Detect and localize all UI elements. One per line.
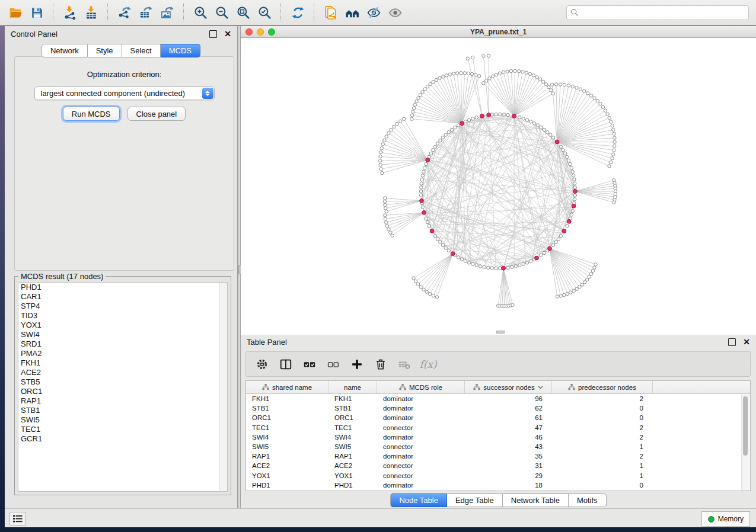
network-node[interactable] bbox=[589, 273, 592, 275]
network-node[interactable] bbox=[384, 221, 387, 224]
network-node[interactable] bbox=[487, 54, 490, 57]
network-node[interactable] bbox=[384, 203, 387, 206]
network-node[interactable] bbox=[379, 150, 382, 153]
network-node[interactable] bbox=[457, 256, 460, 259]
network-node[interactable] bbox=[543, 251, 546, 254]
network-node[interactable] bbox=[413, 103, 416, 106]
network-node[interactable] bbox=[416, 283, 419, 286]
network-node[interactable] bbox=[589, 94, 592, 97]
network-node[interactable] bbox=[432, 81, 435, 84]
table-scrollbar[interactable] bbox=[741, 394, 749, 491]
mcds-result-item[interactable]: STB5 bbox=[18, 377, 227, 387]
mcds-hub-node[interactable] bbox=[548, 246, 552, 251]
mcds-result-item[interactable]: ACE2 bbox=[18, 368, 227, 377]
mcds-result-item[interactable]: SWI5 bbox=[18, 415, 227, 425]
column-header-successor-nodes[interactable]: successor nodes bbox=[465, 381, 552, 393]
mcds-hub-node[interactable] bbox=[512, 114, 516, 118]
network-node[interactable] bbox=[559, 294, 562, 297]
column-header-predecessor-nodes[interactable]: predecessor nodes bbox=[552, 381, 653, 393]
network-node[interactable] bbox=[464, 259, 467, 262]
mcds-hub-node[interactable] bbox=[502, 266, 506, 270]
table-row[interactable]: TEC1TEC1connector472 bbox=[246, 423, 750, 432]
network-node[interactable] bbox=[384, 207, 387, 210]
mcds-hub-node[interactable] bbox=[572, 204, 576, 208]
network-node[interactable] bbox=[580, 283, 583, 286]
network-node[interactable] bbox=[439, 241, 442, 243]
network-node[interactable] bbox=[594, 263, 597, 266]
network-node[interactable] bbox=[566, 155, 569, 158]
network-node[interactable] bbox=[399, 120, 402, 123]
network-node[interactable] bbox=[588, 275, 591, 278]
network-node[interactable] bbox=[467, 118, 470, 121]
network-node[interactable] bbox=[410, 117, 413, 120]
network-node[interactable] bbox=[604, 109, 607, 112]
mcds-hub-node[interactable] bbox=[573, 190, 578, 194]
network-node[interactable] bbox=[522, 117, 525, 120]
network-node[interactable] bbox=[570, 166, 573, 169]
network-node[interactable] bbox=[426, 220, 429, 223]
network-node[interactable] bbox=[441, 136, 444, 139]
network-node[interactable] bbox=[511, 265, 513, 268]
mcds-hub-node[interactable] bbox=[480, 114, 484, 118]
panel-menu-button[interactable] bbox=[9, 512, 26, 525]
network-node[interactable] bbox=[518, 116, 521, 118]
network-node[interactable] bbox=[591, 269, 594, 272]
network-node[interactable] bbox=[482, 55, 485, 57]
network-node[interactable] bbox=[611, 157, 614, 160]
network-node[interactable] bbox=[491, 75, 494, 78]
network-node[interactable] bbox=[467, 72, 470, 75]
mcds-result-item[interactable]: SWI4 bbox=[18, 330, 227, 339]
network-node[interactable] bbox=[502, 113, 505, 116]
network-node[interactable] bbox=[571, 170, 574, 173]
network-node[interactable] bbox=[613, 140, 616, 143]
network-node[interactable] bbox=[439, 139, 442, 142]
tab-select[interactable]: Select bbox=[122, 44, 161, 57]
table-row[interactable]: SWI5SWI5connector431 bbox=[246, 442, 750, 451]
export-table-button[interactable] bbox=[136, 3, 155, 22]
network-node[interactable] bbox=[428, 292, 431, 295]
network-node[interactable] bbox=[420, 178, 423, 181]
network-node[interactable] bbox=[521, 70, 524, 73]
table-row[interactable]: ORC1ORC1dominator610 bbox=[246, 413, 750, 422]
network-node[interactable] bbox=[550, 83, 553, 86]
table-row[interactable]: SWI4SWI4dominator462 bbox=[246, 432, 750, 442]
network-node[interactable] bbox=[457, 124, 460, 127]
network-node[interactable] bbox=[435, 296, 438, 299]
network-node[interactable] bbox=[517, 70, 520, 73]
import-table-button[interactable] bbox=[82, 3, 101, 22]
tab-edge-table[interactable]: Edge Table bbox=[447, 493, 503, 507]
network-node[interactable] bbox=[471, 56, 474, 59]
network-node[interactable] bbox=[556, 295, 559, 298]
network-node[interactable] bbox=[540, 126, 543, 129]
network-node[interactable] bbox=[502, 70, 505, 73]
mcds-result-item[interactable]: ORC1 bbox=[18, 387, 227, 396]
splitter-grip-horizontal[interactable] bbox=[496, 331, 505, 334]
network-node[interactable] bbox=[546, 130, 549, 133]
network-node[interactable] bbox=[412, 277, 415, 280]
table-scrollbar-thumb[interactable] bbox=[743, 396, 748, 456]
network-node[interactable] bbox=[428, 224, 430, 227]
network-node[interactable] bbox=[447, 130, 450, 133]
tab-node-table[interactable]: Node Table bbox=[390, 493, 447, 507]
network-node[interactable] bbox=[379, 159, 382, 162]
table-row[interactable]: STB1STB1dominator620 bbox=[246, 403, 750, 413]
hide-selected-button[interactable] bbox=[364, 3, 383, 22]
close-table-panel-button[interactable]: ✕ bbox=[743, 339, 750, 345]
table-row[interactable]: FKH1FKH1dominator962 bbox=[246, 394, 750, 403]
network-node[interactable] bbox=[435, 78, 438, 81]
network-node[interactable] bbox=[490, 267, 493, 270]
mcds-hub-node[interactable] bbox=[451, 252, 455, 256]
network-node[interactable] bbox=[452, 72, 455, 75]
network-node[interactable] bbox=[490, 113, 493, 116]
mcds-hub-node[interactable] bbox=[535, 256, 539, 260]
network-node[interactable] bbox=[606, 113, 609, 116]
window-close-icon[interactable] bbox=[245, 28, 253, 36]
mcds-result-item[interactable]: STB1 bbox=[18, 406, 227, 415]
network-node[interactable] bbox=[612, 128, 615, 131]
network-node[interactable] bbox=[467, 261, 470, 264]
network-node[interactable] bbox=[573, 198, 576, 201]
network-node[interactable] bbox=[483, 265, 486, 268]
network-node[interactable] bbox=[447, 249, 450, 252]
network-node[interactable] bbox=[432, 294, 435, 297]
network-node[interactable] bbox=[414, 280, 417, 283]
